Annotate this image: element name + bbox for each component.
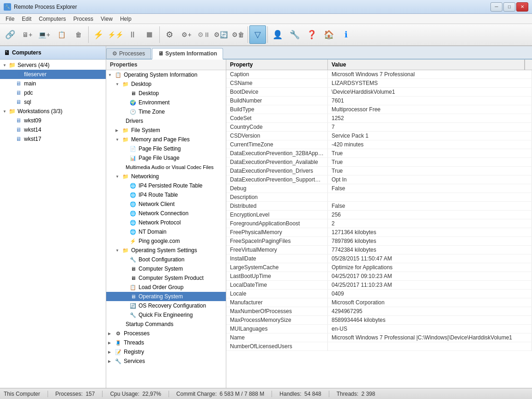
prop-timezone[interactable]: 🕐 Time Zone [106, 107, 226, 116]
prop-ossettings[interactable]: ▼ 📁 Operating System Settings [106, 246, 226, 255]
prop-pagefile-usage[interactable]: 📊 Page File Usage [106, 153, 226, 163]
toolbar-tool[interactable]: 🔧 [286, 25, 303, 44]
toolbar-add-computer[interactable]: 🖥+ [19, 25, 36, 44]
table-row[interactable]: MaxProcessMemorySize 8589934464 kilobyte… [226, 316, 532, 325]
prop-drivers[interactable]: Drivers [106, 116, 226, 126]
prop-environment[interactable]: 🌍 Environment [106, 98, 226, 107]
tree-workstations[interactable]: 📁 Workstations (3/3) [0, 107, 106, 116]
table-row[interactable]: DataExecutionPrevention_Available True [226, 158, 532, 167]
table-row[interactable]: FreePhysicalMemory 1271364 kilobytes [226, 228, 532, 237]
table-row[interactable]: Description [226, 193, 532, 202]
prop-netprotocol[interactable]: 🌐 Network Protocol [106, 218, 226, 227]
tree-wkst14[interactable]: 🖥 wkst14 [0, 125, 106, 134]
menu-help[interactable]: Help [116, 15, 135, 23]
prop-threads[interactable]: ▶ 🧵 Threads [106, 338, 226, 347]
prop-processes[interactable]: ▶ ⚙ Processes [106, 329, 226, 338]
prop-ip4persisted[interactable]: 🌐 IP4 Persisted Route Table [106, 181, 226, 190]
toolbar-filter[interactable]: ▽ [249, 25, 266, 44]
menu-computers[interactable]: Computers [35, 15, 70, 23]
prop-ip4route[interactable]: 🌐 IP4 Route Table [106, 190, 226, 200]
toolbar-settings-pause[interactable]: ⚙⏸ [195, 25, 212, 44]
prop-memory[interactable]: ▼ 📁 Memory and Page Files [106, 135, 226, 144]
toolbar-stop[interactable]: ⏹ [141, 25, 158, 44]
toolbar-refresh2[interactable]: ⚡⚡ [107, 25, 124, 44]
table-row[interactable]: LocalDateTime 04/25/2017 11:10:23 AM [226, 281, 532, 290]
prop-quickfix[interactable]: 🔧 Quick Fix Engineering [106, 310, 226, 320]
toolbar-reload[interactable]: ⚙🔄 [212, 25, 229, 44]
table-row[interactable]: Distributed False [226, 202, 532, 211]
prop-multimedia[interactable]: Multimedia Audio or Visual Codec Files [106, 163, 226, 172]
table-row[interactable]: CodeSet 1252 [226, 114, 532, 123]
toolbar-copy[interactable]: 📋 [53, 25, 70, 44]
prop-netclient[interactable]: 🌐 Network Client [106, 200, 226, 209]
toolbar-remove[interactable]: 🗑 [70, 25, 87, 44]
table-row[interactable]: LargeSystemCache Optimize for Applicatio… [226, 263, 532, 272]
table-row[interactable]: Manufacturer Microsoft Corporation [226, 298, 532, 307]
toolbar-settings-add[interactable]: ⚙+ [178, 25, 195, 44]
table-row[interactable]: BootDevice \Device\HarddiskVolume1 [226, 88, 532, 97]
prop-startup[interactable]: Startup Commands [106, 320, 226, 329]
prop-desktop-folder[interactable]: ▼ 📁 Desktop [106, 79, 226, 89]
prop-osrecovery[interactable]: 🔄 OS Recovery Configuration [106, 301, 226, 310]
tree-sql[interactable]: 🖥 sql [0, 97, 106, 107]
table-row[interactable]: NumberOfLicensedUsers [226, 342, 532, 351]
tree-wkst17[interactable]: 🖥 wkst17 [0, 134, 106, 144]
table-row[interactable]: DataExecutionPrevention_Drivers True [226, 167, 532, 175]
tab-processes[interactable]: ⚙ Processes [106, 48, 151, 59]
prop-filesystem[interactable]: ▶ 📁 File System [106, 126, 226, 135]
maximize-button[interactable]: □ [503, 2, 515, 12]
prop-desktop[interactable]: 🖥 Desktop [106, 89, 226, 98]
table-row[interactable]: Debug False [226, 184, 532, 193]
table-row[interactable]: Name Microsoft Windows 7 Professional |C… [226, 333, 532, 342]
menu-file[interactable]: File [2, 15, 18, 23]
close-button[interactable]: ✕ [516, 2, 528, 12]
menu-edit[interactable]: Edit [18, 15, 35, 23]
minimize-button[interactable]: ─ [490, 2, 502, 12]
prop-computersystemproduct[interactable]: 🖥 Computer System Product [106, 273, 226, 283]
table-row[interactable]: DataExecutionPrevention_SupportPolicy Op… [226, 175, 532, 184]
prop-registry[interactable]: ▶ 📝 Registry [106, 347, 226, 357]
toolbar-user[interactable]: 👤 [269, 25, 286, 44]
table-row[interactable]: CSDVersion Service Pack 1 [226, 132, 532, 140]
table-row[interactable]: MaxNumberOfProcesses 4294967295 [226, 307, 532, 316]
table-row[interactable]: Locale 0409 [226, 290, 532, 298]
table-row[interactable]: BuildType Multiprocessor Free [226, 105, 532, 114]
tree-pdc[interactable]: 🖥 pdc [0, 88, 106, 97]
toolbar-add2[interactable]: 💻+ [36, 25, 53, 44]
table-row[interactable]: CountryCode 7 [226, 123, 532, 132]
prop-netconnection[interactable]: 🌐 Network Connection [106, 209, 226, 218]
tree-fileserver[interactable]: 🖥 fileserver [0, 70, 106, 79]
table-row[interactable]: EncryptionLevel 256 [226, 211, 532, 219]
toolbar-delete[interactable]: ⚙🗑 [230, 25, 246, 44]
prop-services[interactable]: ▶ 🔧 Services [106, 357, 226, 366]
table-row[interactable]: LastBootUpTime 04/25/2017 09:10:23 AM [226, 272, 532, 281]
tree-wkst09[interactable]: 🖥 wkst09 [0, 116, 106, 125]
prop-computersystem[interactable]: 🖥 Computer System [106, 264, 226, 273]
prop-os[interactable]: 🖥 Operating System [106, 292, 226, 301]
toolbar-help[interactable]: ❓ [303, 25, 320, 44]
table-row[interactable]: InstallDate 05/28/2015 11:50:47 AM [226, 254, 532, 263]
prop-networking[interactable]: ▼ 📁 Networking [106, 172, 226, 181]
prop-ping[interactable]: ⚡ Ping google.com [106, 236, 226, 246]
table-row[interactable]: FreeVirtualMemory 7742384 kilobytes [226, 246, 532, 254]
toolbar-settings[interactable]: ⚙ [161, 25, 178, 44]
prop-bootconfig[interactable]: 🔧 Boot Configuration [106, 255, 226, 264]
toolbar-connect[interactable]: 🔗 [2, 25, 18, 44]
menu-process[interactable]: Process [70, 15, 97, 23]
table-row[interactable]: FreeSpaceInPagingFiles 7897896 kilobytes [226, 237, 532, 246]
table-row[interactable]: CSName LIZARDSYSTEMS [226, 79, 532, 88]
table-row[interactable]: CurrentTimeZone -420 minutes [226, 140, 532, 149]
toolbar-home[interactable]: 🏠 [320, 25, 337, 44]
tree-main[interactable]: 🖥 main [0, 79, 106, 88]
prop-loadorder[interactable]: 📋 Load Order Group [106, 283, 226, 292]
prop-os-info[interactable]: ▼ 📋 Operating System Information [106, 70, 226, 79]
table-row[interactable]: MUILanguages en-US [226, 325, 532, 333]
toolbar-refresh[interactable]: ⚡ [90, 25, 107, 44]
tree-servers[interactable]: 📁 Servers (4/4) [0, 60, 106, 70]
menu-view[interactable]: View [97, 15, 116, 23]
toolbar-info[interactable]: ℹ [338, 25, 354, 44]
prop-ntdomain[interactable]: 🌐 NT Domain [106, 227, 226, 236]
tab-sysinfo[interactable]: 🖥 System Information [152, 48, 223, 60]
table-row[interactable]: Caption Microsoft Windows 7 Professional [226, 70, 532, 79]
table-row[interactable]: DataExecutionPrevention_32BitApplication… [226, 149, 532, 158]
